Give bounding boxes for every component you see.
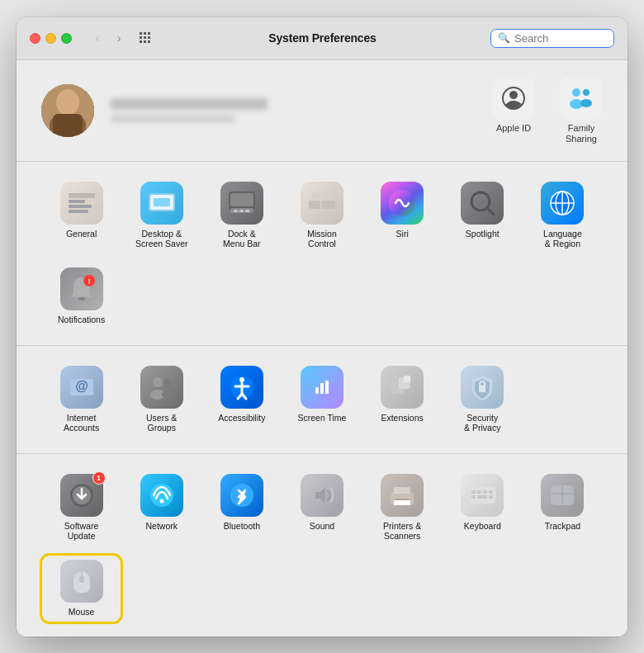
svg-rect-3 bbox=[140, 36, 142, 39]
svg-rect-29 bbox=[245, 210, 249, 212]
svg-rect-18 bbox=[69, 200, 85, 203]
svg-rect-77 bbox=[477, 490, 481, 494]
system-grid: @ InternetAccounts Us bbox=[41, 361, 603, 438]
svg-point-16 bbox=[580, 99, 592, 107]
pref-users[interactable]: Users &Groups bbox=[121, 361, 201, 438]
svg-rect-6 bbox=[140, 40, 142, 43]
nav-buttons: ‹ › bbox=[88, 29, 128, 47]
svg-rect-12 bbox=[53, 114, 83, 137]
svg-rect-33 bbox=[322, 192, 332, 199]
svg-point-50 bbox=[162, 390, 173, 399]
apple-id-button[interactable]: Apple ID bbox=[492, 77, 535, 144]
svg-rect-4 bbox=[144, 36, 146, 39]
svg-rect-17 bbox=[69, 193, 95, 198]
pref-network-label: Network bbox=[145, 521, 178, 532]
pref-internet-label: InternetAccounts bbox=[64, 413, 99, 433]
svg-rect-25 bbox=[230, 193, 253, 206]
search-box[interactable]: 🔍 bbox=[490, 29, 614, 48]
pref-mission-label: MissionControl bbox=[307, 229, 337, 249]
profile-section: Apple ID FamilySharing bbox=[17, 60, 627, 162]
svg-point-49 bbox=[163, 379, 172, 387]
svg-point-52 bbox=[239, 377, 244, 382]
pref-trackpad-label: Trackpad bbox=[545, 521, 580, 532]
close-button[interactable] bbox=[30, 33, 40, 44]
svg-rect-1 bbox=[144, 32, 146, 35]
svg-text:@: @ bbox=[75, 379, 88, 393]
avatar[interactable] bbox=[41, 84, 94, 137]
pref-notifications[interactable]: ! Notifications bbox=[41, 263, 121, 330]
svg-point-69 bbox=[159, 499, 163, 503]
pref-network[interactable]: Network bbox=[121, 469, 201, 547]
pref-bluetooth[interactable]: Bluetooth bbox=[201, 469, 282, 547]
search-icon: 🔍 bbox=[498, 32, 510, 44]
traffic-lights bbox=[30, 33, 72, 44]
pref-security[interactable]: Security& Privacy bbox=[443, 361, 523, 438]
pref-screentime-label: Screen Time bbox=[298, 413, 347, 424]
pref-printers-label: Printers &Scanners bbox=[383, 521, 421, 542]
pref-trackpad[interactable]: Trackpad bbox=[523, 469, 603, 547]
svg-rect-19 bbox=[69, 205, 92, 208]
pref-language[interactable]: Language& Region bbox=[523, 177, 603, 254]
pref-screentime[interactable]: Screen Time bbox=[282, 361, 362, 438]
titlebar: ‹ › System Preferences 🔍 bbox=[17, 17, 627, 60]
pref-desktop-label: Desktop &Screen Saver bbox=[135, 229, 188, 249]
pref-general-label: General bbox=[66, 229, 97, 239]
pref-dock[interactable]: Dock &Menu Bar bbox=[201, 177, 282, 254]
pref-bluetooth-label: Bluetooth bbox=[224, 521, 260, 532]
pref-internet[interactable]: @ InternetAccounts bbox=[41, 361, 121, 438]
pref-dock-label: Dock &Menu Bar bbox=[223, 229, 261, 249]
pref-accessibility-label: Accessibility bbox=[218, 413, 265, 424]
pref-mission[interactable]: MissionControl bbox=[282, 177, 362, 254]
svg-rect-76 bbox=[471, 490, 476, 494]
svg-point-13 bbox=[572, 88, 580, 97]
pref-sound-label: Sound bbox=[310, 521, 334, 532]
minimize-button[interactable] bbox=[45, 33, 56, 44]
back-button[interactable]: ‹ bbox=[88, 29, 107, 47]
section-system: @ InternetAccounts Us bbox=[17, 346, 627, 454]
personal-grid: General Desktop &Screen Saver bbox=[41, 177, 603, 330]
pref-sound[interactable]: Sound bbox=[282, 469, 362, 547]
svg-rect-74 bbox=[395, 499, 409, 500]
pref-spotlight[interactable]: Spotlight bbox=[443, 177, 523, 254]
forward-button[interactable]: › bbox=[110, 29, 128, 47]
pref-accessibility[interactable]: Accessibility bbox=[201, 361, 282, 438]
svg-rect-31 bbox=[322, 201, 335, 209]
svg-rect-0 bbox=[140, 32, 142, 35]
svg-rect-59 bbox=[320, 383, 324, 394]
pref-printers[interactable]: Printers &Scanners bbox=[362, 469, 443, 547]
svg-rect-80 bbox=[471, 495, 476, 499]
pref-siri[interactable]: Siri bbox=[362, 177, 443, 254]
pref-extensions[interactable]: Extensions bbox=[362, 361, 443, 438]
family-sharing-button[interactable]: FamilySharing bbox=[560, 77, 603, 144]
pref-siri-label: Siri bbox=[396, 229, 409, 239]
svg-rect-79 bbox=[489, 490, 493, 494]
profile-right: Apple ID FamilySharing bbox=[492, 77, 603, 144]
svg-point-87 bbox=[79, 576, 84, 583]
svg-point-10 bbox=[56, 89, 79, 116]
grid-button[interactable] bbox=[136, 29, 154, 47]
search-input[interactable] bbox=[514, 32, 605, 45]
pref-extensions-label: Extensions bbox=[381, 413, 423, 424]
svg-rect-2 bbox=[148, 32, 150, 35]
svg-rect-78 bbox=[483, 490, 487, 494]
svg-rect-23 bbox=[154, 198, 170, 206]
svg-rect-5 bbox=[148, 36, 150, 39]
pref-spotlight-label: Spotlight bbox=[466, 229, 500, 239]
svg-rect-58 bbox=[315, 387, 319, 394]
profile-email bbox=[111, 115, 234, 123]
svg-point-47 bbox=[153, 377, 163, 387]
pref-keyboard[interactable]: Keyboard bbox=[443, 469, 523, 547]
svg-text:!: ! bbox=[88, 277, 90, 286]
svg-rect-73 bbox=[394, 500, 410, 505]
pref-general[interactable]: General bbox=[41, 177, 121, 254]
pref-software-label: SoftwareUpdate bbox=[64, 521, 98, 542]
window-title: System Preferences bbox=[163, 31, 482, 45]
pref-users-label: Users &Groups bbox=[146, 413, 177, 433]
maximize-button[interactable] bbox=[61, 33, 72, 44]
pref-mouse-label: Mouse bbox=[69, 607, 95, 618]
pref-desktop[interactable]: Desktop &Screen Saver bbox=[121, 177, 201, 254]
svg-rect-28 bbox=[239, 210, 244, 212]
pref-software[interactable]: 1 SoftwareUpdate bbox=[41, 469, 121, 547]
svg-rect-42 bbox=[78, 297, 85, 300]
pref-mouse[interactable]: Mouse bbox=[41, 555, 121, 622]
